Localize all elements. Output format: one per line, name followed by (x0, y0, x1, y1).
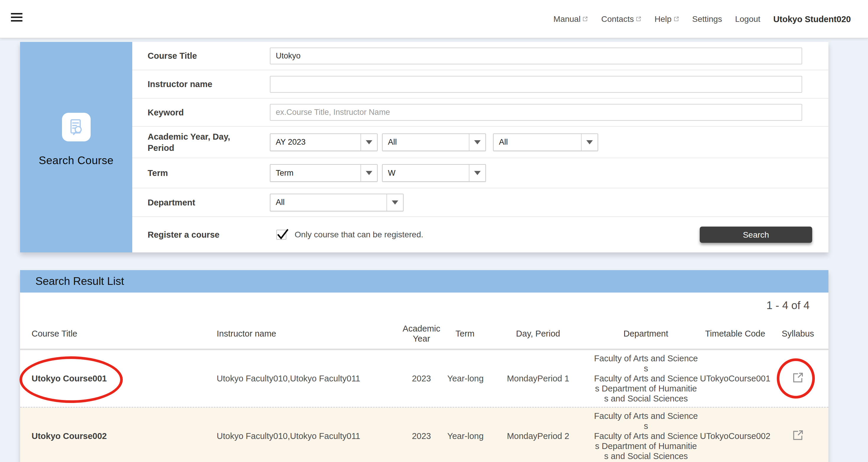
menu-bar (11, 20, 23, 22)
form-row-course-title: Course Title (132, 42, 829, 70)
external-link-icon (636, 14, 642, 24)
department-entry: Faculty of Arts and Sciences (593, 411, 699, 431)
chevron-down-icon (581, 134, 597, 151)
search-course-panel: Search Course Course Title Instructor na… (20, 42, 829, 252)
user-name: Utokyo Student020 (773, 14, 851, 24)
register-checkbox[interactable] (276, 230, 286, 240)
register-checkbox-caption: Only course that can be registered. (294, 230, 423, 239)
course-title-label: Course Title (132, 50, 254, 61)
form-row-instructor: Instructor name (132, 70, 829, 98)
syllabus-cell (772, 429, 824, 444)
nav-label: Contacts (601, 14, 634, 24)
day-period: MondayPeriod 2 (483, 431, 593, 441)
day-select[interactable]: All (382, 133, 486, 151)
menu-bar (11, 13, 23, 14)
department-entry: Faculty of Arts and Sciences (593, 353, 699, 373)
table-row: Utokyo Course002Utokyo Faculty010,Utokyo… (20, 408, 829, 462)
course-title-link[interactable]: Utokyo Course001 (20, 374, 207, 383)
chevron-down-icon (361, 134, 377, 151)
search-course-icon (62, 113, 91, 142)
instructor-name-input[interactable] (270, 76, 802, 93)
nav-label: Settings (692, 14, 722, 24)
column-header: Instructor name (207, 329, 396, 339)
nav-label: Manual (554, 14, 581, 24)
syllabus-link-icon[interactable] (792, 429, 805, 442)
column-header: Course Title (20, 329, 207, 339)
form-row-department: Department All (132, 188, 829, 216)
result-table-header: Course TitleInstructor nameAcademic Year… (20, 318, 829, 350)
year-day-period-label: Academic Year, Day, Period (132, 131, 254, 154)
keyword-label: Keyword (132, 107, 254, 118)
form-row-keyword: Keyword (132, 98, 829, 126)
academic-year-select[interactable]: AY 2023 (270, 133, 378, 151)
column-header: Syllabus (772, 329, 824, 339)
timetable-code: UTokyoCourse002 (698, 431, 772, 441)
course-title-link[interactable]: Utokyo Course002 (20, 431, 207, 441)
chevron-down-icon (469, 165, 485, 181)
column-header: Day, Period (483, 329, 593, 339)
search-result-panel: Search Result List 1 - 4 of 4 Course Tit… (20, 270, 829, 462)
term-label: Term (132, 167, 254, 179)
search-course-title: Search Course (39, 154, 113, 167)
nav-label: Logout (735, 14, 761, 24)
term-value-select[interactable]: W (382, 164, 486, 182)
term: Year-long (447, 374, 483, 383)
column-header: Department (593, 329, 698, 339)
department-label: Department (132, 197, 254, 208)
syllabus-cell (772, 371, 824, 386)
result-table-body: Utokyo Course001Utokyo Faculty010,Utokyo… (20, 350, 829, 462)
timetable-code: UTokyoCourse001 (698, 374, 772, 383)
instructor-name: Utokyo Faculty010,Utokyo Faculty011 (207, 374, 396, 383)
external-link-icon (582, 14, 588, 24)
department-entry: Faculty of Arts and Sciences Department … (593, 373, 699, 404)
chevron-down-icon (361, 165, 377, 181)
department: Faculty of Arts and SciencesFaculty of A… (593, 353, 698, 404)
nav-contacts[interactable]: Contacts (601, 14, 642, 24)
table-row: Utokyo Course001Utokyo Faculty010,Utokyo… (20, 350, 829, 408)
external-link-icon (674, 14, 679, 24)
search-button[interactable]: Search (700, 227, 812, 243)
department-select[interactable]: All (270, 194, 404, 211)
department-entry: Faculty of Arts and Sciences Department … (593, 431, 699, 461)
search-result-title: Search Result List (20, 270, 829, 292)
search-form: Course Title Instructor name Keyword Aca… (132, 42, 829, 252)
column-header: Term (447, 329, 483, 339)
search-course-sidebar: Search Course (20, 42, 132, 252)
checkmark-icon (276, 227, 289, 240)
instructor-name-label: Instructor name (132, 79, 254, 90)
day-period: MondayPeriod 1 (483, 374, 593, 383)
nav-logout[interactable]: Logout (735, 14, 761, 24)
instructor-name: Utokyo Faculty010,Utokyo Faculty011 (207, 431, 396, 441)
syllabus-link-icon[interactable] (792, 371, 805, 384)
chevron-down-icon (386, 194, 403, 211)
pagination-label: 1 - 4 of 4 (20, 292, 829, 318)
nav-manual[interactable]: Manual (554, 14, 588, 24)
department: Faculty of Arts and SciencesFaculty of A… (593, 411, 698, 461)
column-header: Timetable Code (698, 329, 772, 339)
term: Year-long (447, 431, 483, 441)
nav-label: Help (655, 14, 672, 24)
academic-year: 2023 (396, 374, 447, 383)
chevron-down-icon (469, 134, 485, 151)
form-row-year-day-period: Academic Year, Day, Period AY 2023 All A… (132, 126, 829, 158)
term-type-select[interactable]: Term (270, 164, 378, 182)
menu-bar (11, 17, 23, 18)
top-bar: ManualContactsHelpSettingsLogoutUtokyo S… (0, 0, 868, 38)
nav-settings[interactable]: Settings (692, 14, 722, 24)
form-row-register: Register a course Only course that can b… (132, 216, 829, 252)
column-header: Academic Year (396, 324, 447, 344)
keyword-input[interactable] (270, 104, 802, 121)
form-row-term: Term Term W (132, 158, 829, 188)
course-title-input[interactable] (270, 48, 802, 64)
period-select[interactable]: All (493, 133, 598, 151)
menu-icon[interactable] (11, 13, 23, 24)
register-course-label: Register a course (132, 229, 254, 240)
academic-year: 2023 (396, 431, 447, 441)
top-nav: ManualContactsHelpSettingsLogoutUtokyo S… (554, 0, 851, 38)
nav-help[interactable]: Help (655, 14, 679, 24)
